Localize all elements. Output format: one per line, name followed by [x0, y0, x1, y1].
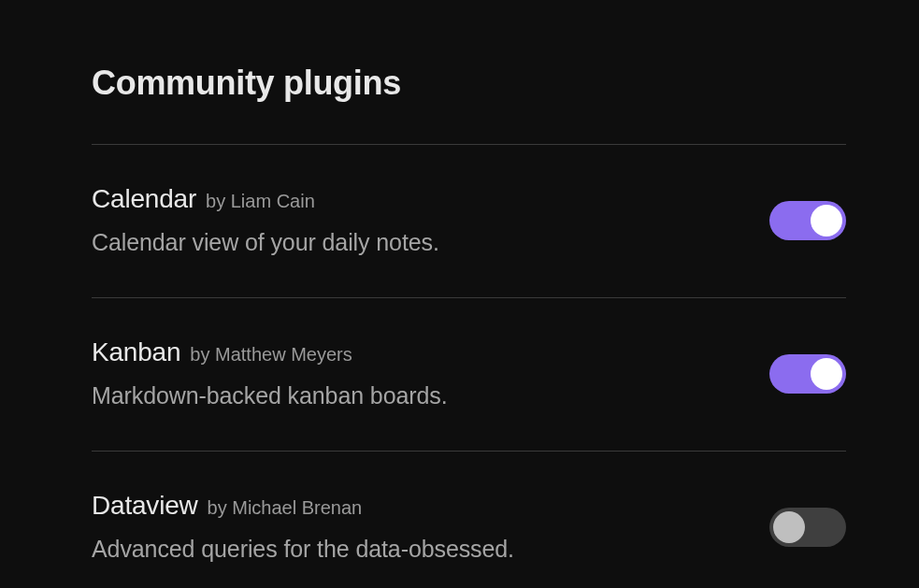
toggle-calendar[interactable] [769, 201, 846, 240]
plugin-header: Kanban by Matthew Meyers [92, 337, 769, 367]
plugin-author: by Liam Cain [206, 191, 315, 212]
plugin-description: Calendar view of your daily notes. [92, 229, 769, 256]
plugin-header: Dataview by Michael Brenan [92, 491, 769, 521]
plugin-author: by Matthew Meyers [190, 344, 352, 366]
plugin-row-calendar: Calendar by Liam Cain Calendar view of y… [92, 145, 846, 297]
plugin-name: Dataview [92, 491, 198, 521]
plugin-info: Calendar by Liam Cain Calendar view of y… [92, 184, 769, 256]
plugin-name: Kanban [92, 337, 180, 367]
toggle-knob [811, 358, 842, 390]
plugin-name: Calendar [92, 184, 196, 214]
plugin-info: Dataview by Michael Brenan Advanced quer… [92, 491, 769, 563]
plugin-description: Advanced queries for the data-obsessed. [92, 536, 769, 563]
page-title: Community plugins [92, 64, 846, 103]
toggle-kanban[interactable] [769, 354, 846, 394]
plugin-row-kanban: Kanban by Matthew Meyers Markdown-backed… [92, 298, 846, 451]
plugin-row-dataview: Dataview by Michael Brenan Advanced quer… [92, 452, 846, 588]
plugin-description: Markdown-backed kanban boards. [92, 382, 769, 409]
toggle-dataview[interactable] [769, 508, 846, 547]
plugin-header: Calendar by Liam Cain [92, 184, 769, 214]
plugin-info: Kanban by Matthew Meyers Markdown-backed… [92, 337, 769, 409]
plugin-author: by Michael Brenan [208, 497, 363, 519]
toggle-knob [773, 511, 805, 543]
toggle-knob [811, 205, 842, 237]
